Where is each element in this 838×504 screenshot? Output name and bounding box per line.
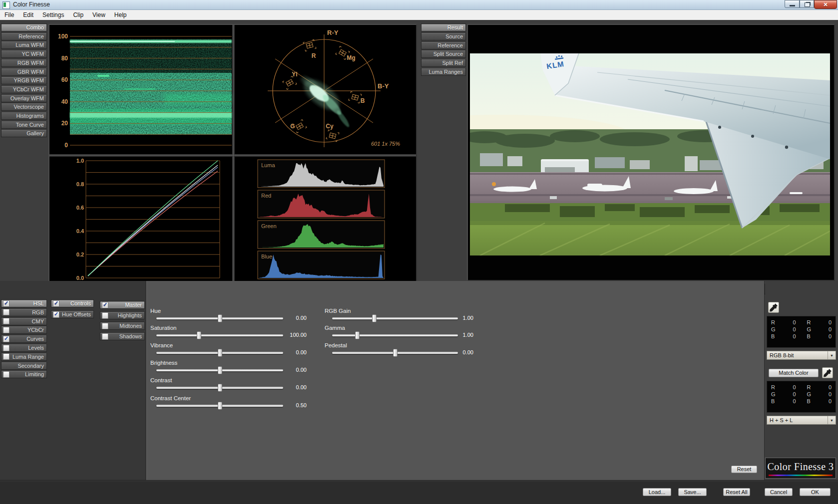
tonal-tab-midtones[interactable]: Midtones — [100, 322, 145, 330]
chevron-down-icon: ▼ — [828, 416, 836, 424]
checkbox-controls[interactable] — [53, 300, 59, 307]
slider-thumb-contrast-center[interactable] — [218, 402, 222, 410]
scopes-canvas: R-YB-Y601 1x 75%RMgYlBGCy 1.00.80.60.40.… — [49, 25, 416, 293]
tone-curve-scale-label: 0.6 — [76, 205, 84, 211]
color-value-cell: 0 — [814, 384, 832, 391]
tab-label: Hue Offsets — [59, 311, 93, 317]
scope-tab-ycbcr-wfm[interactable]: YCbCr WFM — [1, 85, 47, 93]
menu-file[interactable]: File — [0, 10, 18, 19]
checkbox-hsl[interactable] — [3, 300, 9, 307]
correction-tab-curves[interactable]: Curves — [1, 335, 47, 343]
slider-thumb-brightness[interactable] — [218, 366, 222, 374]
view-tab-split-source[interactable]: Split Source — [421, 50, 466, 58]
scope-tab-luma-wfm[interactable]: Luma WFM — [1, 41, 47, 49]
menu-help[interactable]: Help — [110, 10, 131, 19]
tab-label: Split Source — [421, 51, 465, 57]
scope-tab-vectorscope[interactable]: Vectorscope — [1, 103, 47, 111]
checkbox-cmy[interactable] — [3, 318, 9, 324]
menu-view[interactable]: View — [88, 10, 110, 19]
tab-label: Luma Ranges — [421, 69, 465, 75]
slider-label-contrast: Contrast — [150, 377, 172, 383]
match-color-button[interactable]: Match Color — [769, 369, 819, 377]
checkbox-highlights[interactable] — [102, 312, 108, 319]
slider-thumb-saturation[interactable] — [197, 331, 201, 339]
tab-label: Reference — [1, 33, 46, 39]
ok-button[interactable]: OK — [800, 488, 831, 496]
menu-clip[interactable]: Clip — [68, 10, 88, 19]
scope-tab-reference[interactable]: Reference — [1, 32, 47, 40]
checkbox-rgb[interactable] — [3, 309, 9, 315]
controls-tab-hue-offsets[interactable]: Hue Offsets — [51, 310, 94, 318]
slider-track-saturation[interactable] — [156, 334, 283, 336]
tonal-tab-highlights[interactable]: Highlights — [100, 311, 145, 319]
cancel-button[interactable]: Cancel — [765, 488, 793, 496]
histogram-label: Green — [261, 223, 277, 229]
view-tab-reference[interactable]: Reference — [421, 41, 466, 49]
scope-tab-overlay-wfm[interactable]: Overlay WFM — [1, 94, 47, 102]
checkbox-shadows[interactable] — [102, 333, 108, 340]
scope-tab-histograms[interactable]: Histograms — [1, 112, 47, 120]
tab-label: Luma Range — [9, 354, 46, 360]
reset-button[interactable]: Reset — [731, 466, 757, 473]
scope-tab-yrgb-wfm[interactable]: YRGB WFM — [1, 76, 47, 84]
scope-tab-rgb-wfm[interactable]: RGB WFM — [1, 59, 47, 67]
reset-all-button[interactable]: Reset All — [723, 488, 750, 496]
slider-value-gamma: 1.00 — [433, 332, 473, 338]
checkbox-curves[interactable] — [3, 336, 9, 342]
correction-tab-hsl[interactable]: HSL — [1, 299, 47, 307]
eyedropper-match-button[interactable] — [822, 367, 833, 378]
close-button[interactable]: ✕ — [814, 0, 837, 9]
save-button[interactable]: Save... — [678, 488, 707, 496]
correction-tab-limiting[interactable]: Limiting — [1, 370, 47, 378]
maximize-button[interactable] — [800, 0, 814, 8]
checkbox-luma-range[interactable] — [3, 353, 9, 360]
correction-tab-cmy[interactable]: CMY — [1, 317, 47, 325]
color-value-row: B0B0 — [771, 333, 832, 340]
slider-thumb-rgb-gain[interactable] — [372, 314, 377, 322]
scope-tab-gallery[interactable]: Gallery — [1, 129, 47, 137]
scope-tab-tone-curve[interactable]: Tone Curve — [1, 121, 47, 129]
match-mode-dropdown[interactable]: H + S + L ▼ — [767, 416, 836, 425]
checkbox-limiting[interactable] — [3, 371, 9, 378]
checkbox-levels[interactable] — [3, 345, 9, 351]
checkbox-ycbcr[interactable] — [3, 327, 9, 333]
view-tab-luma-ranges[interactable]: Luma Ranges — [421, 68, 466, 76]
tonal-tab-master[interactable]: Master — [100, 301, 145, 309]
tab-label: Secondary — [1, 363, 46, 369]
slider-value-contrast-center: 0.50 — [267, 402, 307, 408]
slider-thumb-vibrance[interactable] — [218, 349, 222, 357]
checkbox-master[interactable] — [102, 302, 108, 308]
minimize-button[interactable] — [785, 0, 800, 8]
slider-thumb-contrast[interactable] — [218, 384, 222, 392]
slider-label-saturation: Saturation — [150, 325, 176, 331]
correction-tab-rgb[interactable]: RGB — [1, 308, 47, 316]
slider-thumb-pedestal[interactable] — [393, 349, 398, 357]
eyedropper-sample-button[interactable] — [768, 302, 779, 313]
controls-tab-controls[interactable]: Controls — [51, 299, 94, 307]
tab-label: Luma WFM — [1, 42, 46, 48]
correction-tab-secondary[interactable]: Secondary — [1, 362, 47, 370]
color-depth-dropdown[interactable]: RGB 8-bit ▼ — [767, 351, 836, 360]
menu-settings[interactable]: Settings — [38, 10, 68, 19]
view-tab-source[interactable]: Source — [421, 32, 466, 40]
correction-tab-ycbcr[interactable]: YCbCr — [1, 326, 47, 334]
load-button[interactable]: Load... — [643, 488, 671, 496]
menu-edit[interactable]: Edit — [18, 10, 38, 19]
scope-tab-yc-wfm[interactable]: YC WFM — [1, 50, 47, 58]
correction-tab-luma-range[interactable]: Luma Range — [1, 353, 47, 361]
slider-thumb-hue[interactable] — [218, 314, 222, 322]
correction-tab-levels[interactable]: Levels — [1, 344, 47, 352]
scope-tab-combo[interactable]: Combo — [1, 23, 47, 31]
slider-thumb-gamma[interactable] — [355, 331, 360, 339]
color-depth-value: RGB 8-bit — [767, 352, 828, 358]
color-value-cell: R — [771, 319, 778, 326]
tab-label: GBR WFM — [1, 69, 46, 75]
view-tab-result[interactable]: Result — [421, 23, 466, 31]
color-value-cell: 0 — [778, 333, 796, 340]
view-tab-split-ref[interactable]: Split Ref — [421, 59, 466, 67]
checkbox-hue-offsets[interactable] — [53, 311, 59, 318]
scope-tab-gbr-wfm[interactable]: GBR WFM — [1, 68, 47, 76]
tonal-tab-shadows[interactable]: Shadows — [100, 332, 145, 340]
app-icon — [2, 1, 10, 9]
checkbox-midtones[interactable] — [102, 323, 108, 329]
